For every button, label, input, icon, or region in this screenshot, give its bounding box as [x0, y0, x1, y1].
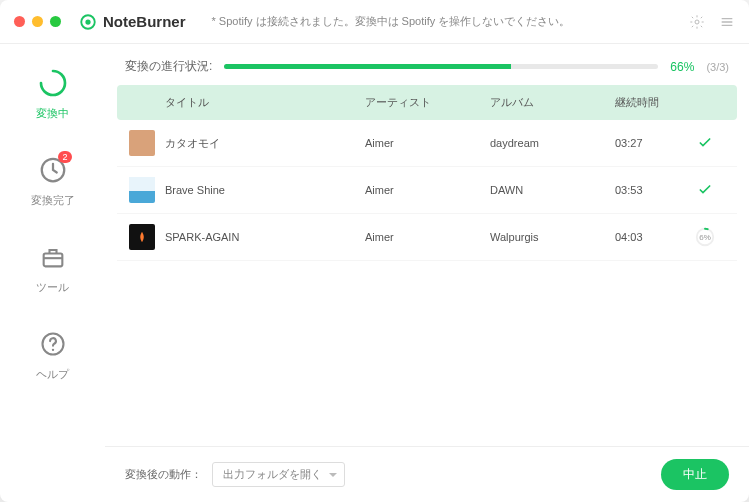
- svg-point-6: [51, 349, 53, 351]
- cell-album: Walpurgis: [490, 231, 615, 243]
- cell-duration: 03:53: [615, 184, 685, 196]
- cell-artist: Aimer: [365, 184, 490, 196]
- nav-done[interactable]: 2変換完了: [31, 153, 75, 208]
- album-art: [129, 177, 155, 203]
- album-art: [129, 224, 155, 250]
- nav-label: 変換完了: [31, 193, 75, 208]
- nav-label: ツール: [36, 280, 69, 295]
- done-icon: 2: [36, 153, 70, 187]
- converting-icon: [36, 66, 70, 100]
- album-art: [129, 130, 155, 156]
- cell-album: DAWN: [490, 184, 615, 196]
- cell-duration: 03:27: [615, 137, 685, 149]
- progress-row: 変換の進行状況: 66% (3/3): [105, 44, 749, 85]
- app-logo: NoteBurner: [79, 13, 186, 31]
- cell-artist: Aimer: [365, 137, 490, 149]
- settings-icon[interactable]: [689, 14, 705, 30]
- sidebar: 変換中2変換完了ツールヘルプ: [0, 44, 105, 502]
- cell-title: カタオモイ: [165, 136, 365, 151]
- table-header: タイトル アーティスト アルバム 継続時間: [117, 85, 737, 120]
- badge: 2: [58, 151, 71, 163]
- cell-artist: Aimer: [365, 231, 490, 243]
- progress-bar: [224, 64, 658, 69]
- status-message: * Spotify は接続されました。変換中は Spotify を操作しないでく…: [212, 14, 571, 29]
- table-row[interactable]: カタオモイAimerdaydream03:27: [117, 120, 737, 167]
- tools-icon: [36, 240, 70, 274]
- cell-title: SPARK-AGAIN: [165, 231, 365, 243]
- progress-percent: 66%: [670, 60, 694, 74]
- nav-tools[interactable]: ツール: [36, 240, 70, 295]
- svg-point-1: [85, 19, 90, 24]
- check-icon: [697, 182, 713, 198]
- progress-label: 変換の進行状況:: [125, 58, 212, 75]
- select-value: 出力フォルダを開く: [223, 468, 322, 480]
- maximize-window[interactable]: [50, 16, 61, 27]
- menu-icon[interactable]: [719, 14, 735, 30]
- post-action-select[interactable]: 出力フォルダを開く: [212, 462, 345, 487]
- cell-status: 6%: [685, 226, 725, 248]
- track-table: タイトル アーティスト アルバム 継続時間 カタオモイAimerdaydream…: [105, 85, 749, 446]
- window-controls: [14, 16, 61, 27]
- progress-fill: [224, 64, 510, 69]
- table-row[interactable]: SPARK-AGAINAimerWalpurgis04:036%: [117, 214, 737, 261]
- cell-status: [685, 135, 725, 151]
- cell-status: [685, 182, 725, 198]
- header-artist: アーティスト: [365, 95, 490, 110]
- nav-label: 変換中: [36, 106, 69, 121]
- nav-label: ヘルプ: [36, 367, 69, 382]
- header-album: アルバム: [490, 95, 615, 110]
- nav-converting[interactable]: 変換中: [36, 66, 70, 121]
- help-icon: [36, 327, 70, 361]
- header-title: タイトル: [165, 95, 365, 110]
- svg-point-2: [695, 20, 699, 24]
- svg-rect-4: [43, 254, 62, 267]
- footer: 変換後の動作： 出力フォルダを開く 中止: [105, 446, 749, 502]
- minimize-window[interactable]: [32, 16, 43, 27]
- app-window: NoteBurner * Spotify は接続されました。変換中は Spoti…: [0, 0, 749, 502]
- titlebar: NoteBurner * Spotify は接続されました。変換中は Spoti…: [0, 0, 749, 44]
- header-duration: 継続時間: [615, 95, 685, 110]
- progress-count: (3/3): [706, 61, 729, 73]
- logo-icon: [79, 13, 97, 31]
- progress-spinner: 6%: [694, 226, 716, 248]
- nav-help[interactable]: ヘルプ: [36, 327, 70, 382]
- main-panel: 変換の進行状況: 66% (3/3) タイトル アーティスト アルバム 継続時間…: [105, 44, 749, 502]
- table-row[interactable]: Brave ShineAimerDAWN03:53: [117, 167, 737, 214]
- close-window[interactable]: [14, 16, 25, 27]
- app-name: NoteBurner: [103, 13, 186, 30]
- cell-title: Brave Shine: [165, 184, 365, 196]
- cell-duration: 04:03: [615, 231, 685, 243]
- stop-button[interactable]: 中止: [661, 459, 729, 490]
- cell-album: daydream: [490, 137, 615, 149]
- footer-label: 変換後の動作：: [125, 467, 202, 482]
- check-icon: [697, 135, 713, 151]
